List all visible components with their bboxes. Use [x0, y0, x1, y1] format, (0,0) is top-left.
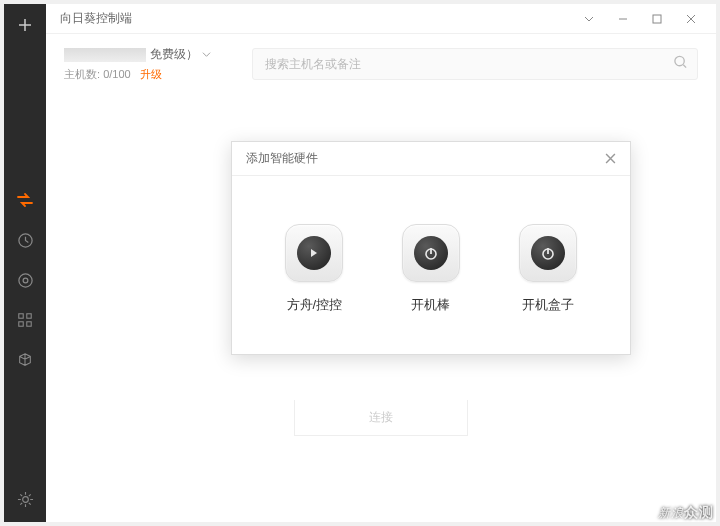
search-input[interactable]	[252, 48, 698, 80]
account-tier-row[interactable]: 免费级）	[64, 46, 234, 63]
hardware-icon-box	[402, 224, 460, 282]
hardware-label: 方舟/控控	[287, 296, 343, 314]
sidebar-item-device[interactable]	[16, 351, 34, 369]
grid-icon	[17, 312, 33, 328]
svg-rect-4	[27, 314, 31, 318]
svg-rect-3	[19, 314, 23, 318]
sidebar-item-apps[interactable]	[16, 311, 34, 329]
svg-rect-8	[653, 15, 661, 23]
transfer-icon	[16, 191, 34, 209]
search-button[interactable]	[673, 55, 688, 74]
hardware-icon-box	[519, 224, 577, 282]
watermark-brand: 新浪	[658, 506, 684, 520]
close-button[interactable]	[674, 5, 708, 33]
account-tier: 免费级）	[150, 46, 198, 63]
maximize-icon	[652, 14, 662, 24]
svg-point-9	[675, 56, 684, 65]
plus-icon	[17, 17, 33, 33]
add-button[interactable]	[4, 4, 46, 46]
clock-icon	[17, 232, 34, 249]
hosts-prefix: 主机数:	[64, 68, 100, 80]
app-window: 向日葵控制端 免费级） 主机数: 0/100 升级	[4, 4, 716, 522]
modal-header: 添加智能硬件	[232, 142, 630, 176]
minimize-button[interactable]	[606, 5, 640, 33]
connect-button[interactable]: 连接	[294, 400, 468, 436]
power-icon	[531, 236, 565, 270]
gear-icon	[17, 491, 34, 508]
watermark: 新浪众测	[658, 504, 714, 522]
chevron-down-icon	[202, 50, 211, 59]
cube-icon	[17, 352, 33, 368]
account-name-redacted	[64, 48, 146, 62]
modal-body: 方舟/控控 开机棒 开机盒子	[232, 176, 630, 354]
search-wrap	[252, 48, 698, 80]
hardware-item-stick[interactable]: 开机棒	[402, 224, 460, 314]
upgrade-link[interactable]: 升级	[140, 68, 162, 80]
discover-icon	[17, 272, 34, 289]
window-controls	[572, 5, 708, 33]
chevron-down-icon	[584, 14, 594, 24]
hardware-item-ark[interactable]: 方舟/控控	[285, 224, 343, 314]
titlebar: 向日葵控制端	[46, 4, 716, 34]
close-icon	[605, 153, 616, 164]
play-icon	[297, 236, 331, 270]
add-hardware-modal: 添加智能硬件 方舟/控控	[231, 141, 631, 355]
watermark-sub: 众测	[684, 504, 714, 520]
dropdown-button[interactable]	[572, 5, 606, 33]
minimize-icon	[618, 14, 628, 24]
connect-label: 连接	[369, 409, 393, 426]
hosts-count-row: 主机数: 0/100 升级	[64, 67, 234, 82]
power-icon	[414, 236, 448, 270]
sidebar-item-transfer[interactable]	[16, 191, 34, 209]
close-icon	[686, 14, 696, 24]
svg-rect-6	[27, 322, 31, 326]
modal-close-button[interactable]	[600, 149, 620, 169]
modal-title: 添加智能硬件	[246, 150, 600, 167]
hardware-icon-box	[285, 224, 343, 282]
svg-point-7	[22, 496, 28, 502]
svg-rect-5	[19, 322, 23, 326]
maximize-button[interactable]	[640, 5, 674, 33]
main-area: 向日葵控制端 免费级） 主机数: 0/100 升级	[46, 4, 716, 522]
sidebar-item-discover[interactable]	[16, 271, 34, 289]
svg-point-2	[23, 278, 28, 283]
account-block: 免费级） 主机数: 0/100 升级	[64, 46, 234, 82]
hardware-item-box[interactable]: 开机盒子	[519, 224, 577, 314]
hosts-count: 0/100	[103, 68, 131, 80]
sidebar-item-history[interactable]	[16, 231, 34, 249]
sidebar-nav	[16, 191, 34, 369]
hardware-label: 开机棒	[411, 296, 450, 314]
sidebar-item-settings[interactable]	[16, 490, 34, 508]
search-icon	[673, 55, 688, 70]
hardware-label: 开机盒子	[522, 296, 574, 314]
header-row: 免费级） 主机数: 0/100 升级	[46, 34, 716, 86]
app-title: 向日葵控制端	[60, 10, 572, 27]
sidebar	[4, 4, 46, 522]
svg-point-1	[18, 273, 31, 286]
